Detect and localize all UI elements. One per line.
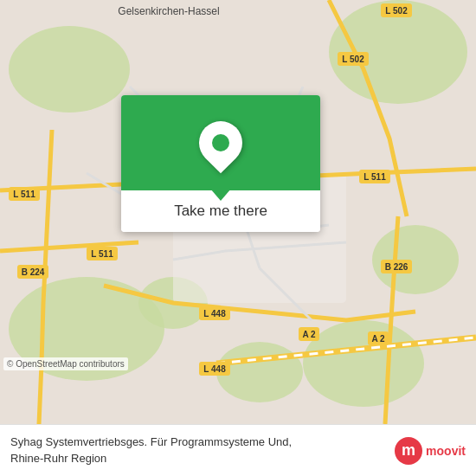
- moovit-logo: m moovit: [395, 437, 466, 465]
- svg-text:L 448: L 448: [203, 364, 226, 374]
- moovit-letter: m: [402, 441, 415, 460]
- location-title: Syhag Systemvertriebsges. Für Programmsy…: [10, 435, 292, 448]
- location-info: Syhag Systemvertriebsges. Für Programmsy…: [10, 434, 384, 466]
- popup-header: [121, 95, 320, 190]
- svg-text:A 2: A 2: [302, 330, 316, 339]
- osm-credit: © OpenStreetMap contributors: [3, 357, 128, 370]
- svg-text:B 226: B 226: [385, 262, 408, 272]
- svg-text:L 511: L 511: [91, 249, 113, 259]
- svg-point-4: [303, 320, 424, 407]
- svg-point-1: [9, 26, 130, 113]
- location-region: Rhine-Ruhr Region: [10, 452, 106, 465]
- moovit-icon: m: [395, 437, 422, 465]
- svg-text:L 502: L 502: [342, 55, 364, 64]
- svg-text:L 448: L 448: [203, 309, 226, 318]
- svg-text:B 224: B 224: [22, 267, 45, 277]
- svg-text:L 511: L 511: [13, 190, 35, 199]
- map-container: L 502 L 502 L 511 L 511 L 511 L 448 L 44…: [0, 0, 476, 424]
- svg-text:L 511: L 511: [363, 172, 386, 182]
- moovit-wordmark: moovit: [426, 444, 466, 458]
- svg-text:A 2: A 2: [371, 334, 385, 344]
- svg-text:Gelsenkirchen-Hassel: Gelsenkirchen-Hassel: [118, 5, 219, 17]
- svg-text:L 502: L 502: [385, 6, 408, 16]
- location-pin: [190, 113, 252, 174]
- info-bar: Syhag Systemvertriebsges. Für Programmsy…: [0, 424, 476, 476]
- map-popup: Take me there: [121, 95, 320, 232]
- pin-inner: [212, 134, 229, 151]
